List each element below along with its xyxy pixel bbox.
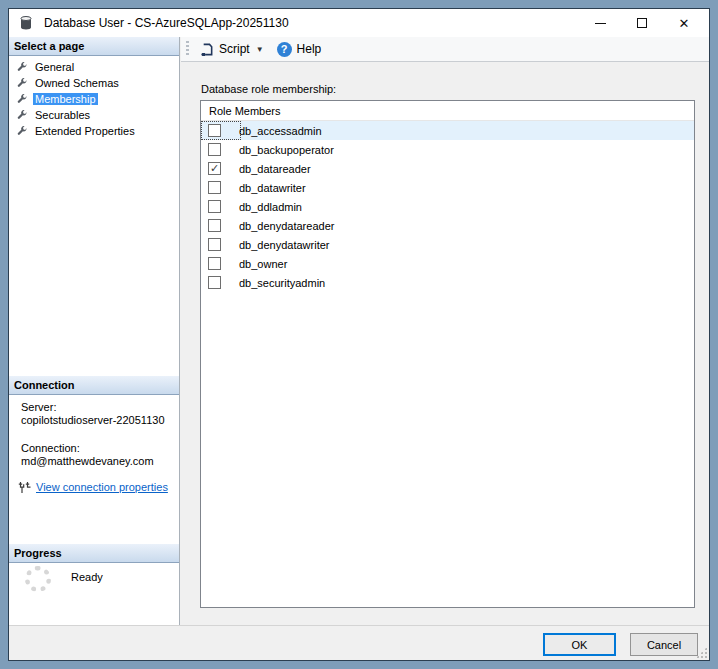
help-button[interactable]: ? Help: [274, 40, 325, 59]
role-checkbox[interactable]: [208, 124, 221, 137]
script-button-label: Script: [219, 42, 250, 56]
role-checkbox[interactable]: [208, 219, 221, 232]
role-name: db_denydatawriter: [239, 239, 330, 251]
main-area: Script ▼ ? Help Database role membership…: [181, 37, 709, 625]
window-title: Database User - CS-AzureSQLApp-20251130: [44, 16, 289, 30]
server-value: copilotstudioserver-22051130: [21, 414, 176, 427]
select-a-page-header: Select a page: [9, 37, 179, 56]
footer: OK Cancel: [9, 625, 709, 660]
role-checkbox[interactable]: [208, 200, 221, 213]
connection-header: Connection: [9, 376, 179, 395]
page-list: General Owned Schemas Membership Securab…: [12, 59, 177, 139]
sidebar-page-item-label: Securables: [33, 109, 92, 121]
role-name: db_securityadmin: [239, 277, 325, 289]
minimize-icon: [595, 23, 606, 24]
role-checkbox[interactable]: [208, 143, 221, 156]
script-button[interactable]: Script: [196, 40, 253, 59]
titlebar: Database User - CS-AzureSQLApp-20251130 …: [9, 9, 709, 37]
sidebar-item-extended-properties[interactable]: Extended Properties: [12, 123, 177, 139]
maximize-button[interactable]: [621, 9, 663, 37]
sidebar-item-general[interactable]: General: [12, 59, 177, 75]
sidebar-page-item-label: Membership: [33, 93, 98, 105]
help-icon: ?: [277, 42, 292, 57]
role-checkbox-cell: [201, 197, 241, 216]
role-checkbox-cell: [201, 121, 241, 140]
role-checkbox[interactable]: [208, 238, 221, 251]
dialog-window: Database User - CS-AzureSQLApp-20251130 …: [8, 8, 710, 661]
role-name: db_datareader: [239, 163, 311, 175]
membership-panel: Database role membership: Role Members d…: [181, 63, 709, 625]
role-checkbox-cell: [201, 178, 241, 197]
script-dropdown-caret-icon[interactable]: ▼: [256, 45, 264, 54]
toolbar: Script ▼ ? Help: [181, 37, 709, 62]
wrench-icon: [16, 77, 28, 89]
role-checkbox[interactable]: [208, 276, 221, 289]
help-button-label: Help: [297, 42, 322, 56]
server-label: Server:: [21, 401, 176, 414]
database-icon: [18, 15, 34, 31]
role-members-list: Role Members db_accessadmin db_backupope…: [200, 100, 695, 608]
progress-spinner-icon: [25, 566, 51, 592]
progress-status: Ready: [71, 571, 103, 583]
view-connection-properties-link[interactable]: View connection properties: [36, 481, 168, 494]
role-checkbox-cell: [201, 140, 241, 159]
role-name: db_accessadmin: [239, 125, 322, 137]
sidebar-page-item-label: General: [33, 61, 76, 73]
role-checkbox[interactable]: ✓: [208, 162, 221, 175]
role-checkbox-cell: [201, 216, 241, 235]
connection-label: Connection:: [21, 442, 176, 455]
role-row-db_backupoperator[interactable]: db_backupoperator: [201, 140, 694, 159]
role-membership-label: Database role membership:: [201, 83, 336, 95]
cancel-button[interactable]: Cancel: [630, 633, 698, 656]
wrench-icon: [16, 61, 28, 73]
sidebar-page-item-label: Extended Properties: [33, 125, 137, 137]
role-row-db_datareader[interactable]: ✓ db_datareader: [201, 159, 694, 178]
role-name: db_owner: [239, 258, 287, 270]
role-checkbox[interactable]: [208, 181, 221, 194]
window-controls: ✕: [579, 9, 705, 37]
role-row-db_datawriter[interactable]: db_datawriter: [201, 178, 694, 197]
minimize-button[interactable]: [579, 9, 621, 37]
role-checkbox-cell: [201, 254, 241, 273]
connection-value: md@matthewdevaney.com: [21, 455, 176, 468]
progress-header: Progress: [9, 544, 179, 563]
script-icon: [199, 42, 214, 57]
ok-button[interactable]: OK: [543, 633, 616, 656]
connection-info: Server: copilotstudioserver-22051130 Con…: [21, 397, 176, 494]
sidebar-item-membership[interactable]: Membership: [12, 91, 177, 107]
role-row-db_ddladmin[interactable]: db_ddladmin: [201, 197, 694, 216]
role-name: db_denydatareader: [239, 220, 334, 232]
role-members-column-header: Role Members: [201, 101, 694, 121]
role-checkbox[interactable]: [208, 257, 221, 270]
sidebar-page-item-label: Owned Schemas: [33, 77, 121, 89]
role-checkbox-cell: [201, 235, 241, 254]
close-button[interactable]: ✕: [663, 9, 705, 37]
role-name: db_datawriter: [239, 182, 306, 194]
role-row-db_denydatawriter[interactable]: db_denydatawriter: [201, 235, 694, 254]
wrench-icon: [16, 109, 28, 121]
role-row-db_accessadmin[interactable]: db_accessadmin: [201, 121, 694, 140]
sidebar: Select a page General Owned Schemas Memb…: [9, 37, 180, 625]
role-name: db_backupoperator: [239, 144, 334, 156]
sidebar-item-securables[interactable]: Securables: [12, 107, 177, 123]
maximize-icon: [637, 18, 647, 28]
wrench-icon: [16, 93, 28, 105]
wrench-icon: [16, 125, 28, 137]
role-checkbox-cell: [201, 273, 241, 292]
role-checkbox-cell: ✓: [201, 159, 241, 178]
close-icon: ✕: [679, 16, 690, 31]
role-rows: db_accessadmin db_backupoperator ✓ db_da…: [201, 121, 694, 292]
connection-properties-icon: [17, 481, 31, 494]
toolbar-grip[interactable]: [186, 41, 189, 57]
role-row-db_denydatareader[interactable]: db_denydatareader: [201, 216, 694, 235]
sidebar-item-owned-schemas[interactable]: Owned Schemas: [12, 75, 177, 91]
role-row-db_owner[interactable]: db_owner: [201, 254, 694, 273]
role-row-db_securityadmin[interactable]: db_securityadmin: [201, 273, 694, 292]
role-name: db_ddladmin: [239, 201, 302, 213]
